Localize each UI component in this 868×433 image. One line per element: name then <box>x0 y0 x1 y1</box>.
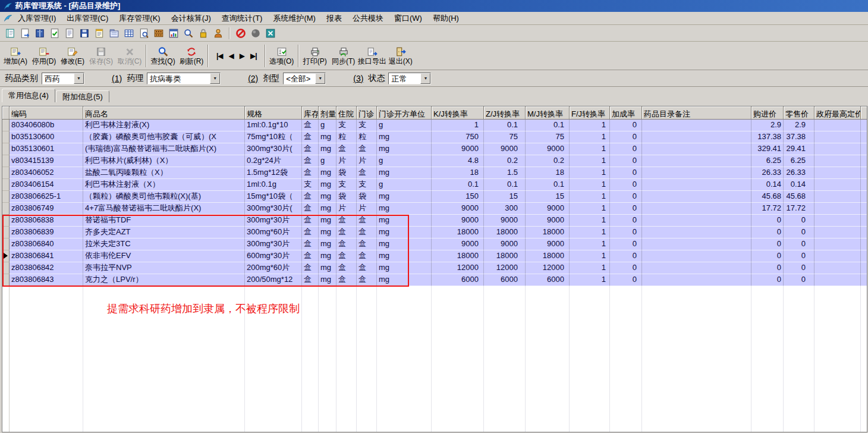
cell-kj-rate[interactable]: 4.8 <box>432 155 484 167</box>
cell-mj-rate[interactable]: 18000 <box>526 227 570 239</box>
cell-inpatient-unit[interactable]: 支 <box>336 179 357 191</box>
cell-name[interactable]: 奈韦拉平NVP <box>83 262 245 274</box>
cell-markup-rate[interactable]: 0 <box>610 215 642 227</box>
cell-extra[interactable] <box>861 191 867 203</box>
cell-spec[interactable]: 1.5mg*12袋 <box>245 167 302 179</box>
cell-purchase-price[interactable]: 17.72 <box>751 203 784 215</box>
cell-kj-rate[interactable]: 0.1 <box>432 179 484 191</box>
cell-remark[interactable] <box>642 191 751 203</box>
cell-purchase-price[interactable]: 0 <box>751 262 784 274</box>
cell-outpatient-unit[interactable]: 盒 <box>357 262 377 274</box>
cell-code[interactable]: v803415139 <box>10 155 83 167</box>
table-row[interactable]: z803406154利巴韦林注射液（X）1ml:0.1g支mg支支g0.10.1… <box>2 179 867 191</box>
cell-zj-rate[interactable]: 6000 <box>484 274 526 286</box>
cell-remark[interactable] <box>642 215 751 227</box>
cell-inpatient-unit[interactable]: 袋 <box>336 191 357 203</box>
cell-stock-unit[interactable]: 盒 <box>302 203 319 215</box>
abacus-icon[interactable] <box>152 27 165 40</box>
cell-spec[interactable]: 0.2g*24片 <box>245 155 302 167</box>
cell-outpatient-unit[interactable]: 支 <box>357 179 377 191</box>
cell-inpatient-unit[interactable]: 片 <box>336 203 357 215</box>
page-icon[interactable] <box>63 27 76 40</box>
cell-dose-unit[interactable]: mg <box>319 250 336 262</box>
cell-zj-rate[interactable]: 18000 <box>484 227 526 239</box>
cell-dose-unit[interactable]: g <box>319 155 336 167</box>
report-icon[interactable] <box>167 27 180 40</box>
cell-stock-unit[interactable]: 盒 <box>302 155 319 167</box>
table-row[interactable]: z803806839齐多夫定AZT300mg*60片盒mg盒盒mg1800018… <box>2 227 867 239</box>
cell-kj-rate[interactable]: 18 <box>432 167 484 179</box>
menu-item-1[interactable]: 入库管理(I) <box>12 11 61 26</box>
cell-gov-max-price[interactable] <box>814 131 861 143</box>
cell-zj-rate[interactable]: 300 <box>484 203 526 215</box>
column-header-code[interactable]: 编码 <box>10 106 83 120</box>
cell-gov-max-price[interactable] <box>814 120 861 131</box>
column-header-stock-unit[interactable]: 库存 <box>302 106 319 120</box>
cell-markup-rate[interactable]: 0 <box>610 155 642 167</box>
cell-extra[interactable] <box>861 143 867 155</box>
cell-spec[interactable]: 15mg*10袋（ <box>245 191 302 203</box>
cell-retail-price[interactable]: 45.68 <box>784 191 814 203</box>
cell-extra[interactable] <box>861 227 867 239</box>
column-header-zj-rate[interactable]: Z/J转换率 <box>484 106 526 120</box>
cell-kj-rate[interactable]: 150 <box>432 191 484 203</box>
cell-inpatient-unit[interactable]: 袋 <box>336 167 357 179</box>
cell-zj-rate[interactable]: 0.1 <box>484 179 526 191</box>
cell-outpatient-unit[interactable]: 片 <box>357 155 377 167</box>
cell-kj-rate[interactable]: 9000 <box>432 239 484 250</box>
edit-button[interactable]: 修改(E) <box>58 43 87 69</box>
column-header-fj-rate[interactable]: F/J转换率 <box>570 106 610 120</box>
cell-dose-unit[interactable]: mg <box>319 167 336 179</box>
cell-fj-rate[interactable]: 1 <box>570 167 610 179</box>
menu-item-2[interactable]: 出库管理(C) <box>61 11 114 26</box>
cell-retail-price[interactable]: 0 <box>784 274 814 286</box>
cell-retail-price[interactable]: 6.25 <box>784 155 814 167</box>
tab-extra-info[interactable]: 附加信息(5) <box>56 90 109 102</box>
cell-mj-rate[interactable]: 12000 <box>526 262 570 274</box>
nav-last-button[interactable]: ▶| <box>250 52 257 60</box>
audit-icon[interactable] <box>48 27 61 40</box>
cell-outpatient-unit[interactable]: 盒 <box>357 227 377 239</box>
cell-code[interactable]: z803806625-1 <box>10 191 83 203</box>
cell-name[interactable]: （胶囊）磷酸奥司他韦胶囊（可威）(X <box>83 131 245 143</box>
cell-inpatient-unit[interactable]: 粒 <box>336 131 357 143</box>
cell-prescribe-unit[interactable]: mg <box>377 215 432 227</box>
cell-dose-unit[interactable]: mg <box>319 179 336 191</box>
cell-dose-unit[interactable]: g <box>319 120 336 131</box>
cell-fj-rate[interactable]: 1 <box>570 179 610 191</box>
cell-dose-unit[interactable]: mg <box>319 262 336 274</box>
cell-kj-rate[interactable]: 12000 <box>432 262 484 274</box>
cell-prescribe-unit[interactable]: g <box>377 179 432 191</box>
cell-fj-rate[interactable]: 1 <box>570 250 610 262</box>
cell-stock-unit[interactable]: 盒 <box>302 227 319 239</box>
cell-retail-price[interactable]: 2.9 <box>784 120 814 131</box>
cell-prescribe-unit[interactable]: mg <box>377 203 432 215</box>
cell-remark[interactable] <box>642 262 751 274</box>
cell-extra[interactable] <box>861 203 867 215</box>
cell-retail-price[interactable]: 0.14 <box>784 179 814 191</box>
cell-name[interactable]: 4+7富马酸替诺福韦二吡呋酯片(X) <box>83 203 245 215</box>
cell-markup-rate[interactable]: 0 <box>610 274 642 286</box>
cell-purchase-price[interactable]: 26.33 <box>751 167 784 179</box>
cell-outpatient-unit[interactable]: 盒 <box>357 250 377 262</box>
cell-remark[interactable] <box>642 120 751 131</box>
cell-name[interactable]: 利巴韦林注射液(X) <box>83 120 245 131</box>
cell-code[interactable]: z803806841 <box>10 250 83 262</box>
cell-fj-rate[interactable]: 1 <box>570 215 610 227</box>
cell-zj-rate[interactable]: 18000 <box>484 250 526 262</box>
cell-outpatient-unit[interactable]: 袋 <box>357 191 377 203</box>
forbid-icon[interactable] <box>234 27 247 40</box>
cell-remark[interactable] <box>642 155 751 167</box>
cell-gov-max-price[interactable] <box>814 250 861 262</box>
cell-mj-rate[interactable]: 9000 <box>526 215 570 227</box>
cell-gov-max-price[interactable] <box>814 203 861 215</box>
cell-markup-rate[interactable]: 0 <box>610 262 642 274</box>
cell-outpatient-unit[interactable]: 盒 <box>357 239 377 250</box>
cell-dose-unit[interactable]: mg <box>319 143 336 155</box>
cell-code[interactable]: z803806843 <box>10 274 83 286</box>
cell-remark[interactable] <box>642 167 751 179</box>
user-icon[interactable] <box>212 27 225 40</box>
cell-gov-max-price[interactable] <box>814 274 861 286</box>
cell-code[interactable]: z803806838 <box>10 215 83 227</box>
cell-spec[interactable]: 200/50mg*12 <box>245 274 302 286</box>
